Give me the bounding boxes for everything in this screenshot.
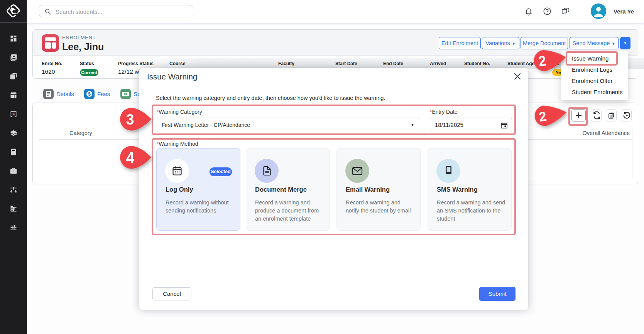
svg-text:4: 4 — [126, 150, 134, 166]
svg-text:$: $ — [12, 112, 14, 116]
svg-text:3: 3 — [126, 111, 134, 128]
svg-text:$: $ — [88, 91, 91, 97]
